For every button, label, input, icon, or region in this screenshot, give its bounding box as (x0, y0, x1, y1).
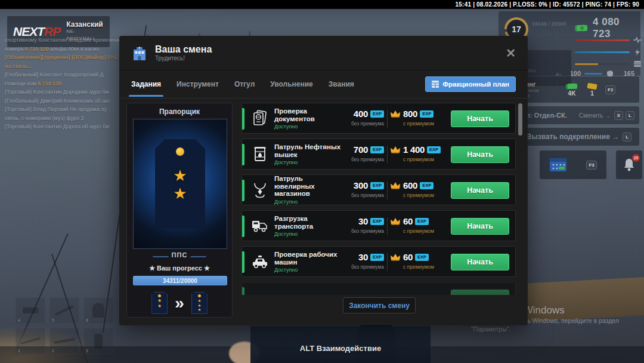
police-car-icon (250, 252, 270, 271)
available-indicator (242, 216, 244, 237)
documents-icon (250, 109, 270, 128)
exp-badge: EXP (370, 146, 384, 153)
key-f3: F3 (586, 161, 596, 170)
epaulette-icon: ★ ★ (155, 139, 205, 229)
start-task-button[interactable]: Начать (451, 146, 509, 163)
tab-zadaniya[interactable]: Задания (131, 72, 161, 97)
fraction-plan-button[interactable]: Фракционный план (425, 76, 516, 92)
modal-header: Ваша смена Трудитесь! ✕ (119, 36, 528, 70)
start-task-button[interactable]: Начать (451, 110, 509, 127)
start-task-button[interactable]: Начать (451, 254, 509, 270)
task-status: Доступно (274, 199, 341, 205)
chat-line: (Торговый) Константин Дородние ауро бм (5, 88, 121, 97)
cash-reward-icon (566, 83, 578, 90)
exp-badge: EXP (370, 254, 384, 261)
exp-badge: EXP (420, 110, 434, 118)
exp-badge: EXP (370, 110, 384, 118)
chat-line: (Торговый) Константин Дорога нб ауро бм (5, 122, 121, 131)
item-icon (23, 307, 38, 313)
available-indicator (242, 108, 244, 130)
level-progress: 19149 / 20000 (532, 21, 568, 27)
key-f2: F2 (605, 85, 615, 94)
truck-icon (250, 216, 270, 235)
item-icon (94, 334, 103, 348)
task-row: Проверка рабочих машинДоступно 30EXPбез … (242, 246, 516, 277)
close-icon[interactable]: ✕ (506, 47, 516, 59)
status-bar: 15:41 | 08.02.2026 | P.LOSS: 0% | ID: 45… (0, 0, 644, 9)
premium-exp-value: 60 (403, 252, 413, 262)
cash-reward-value: 4K (568, 90, 576, 97)
start-task-button[interactable] (451, 290, 509, 295)
chat-line: [Объявление][аукцион4] (ППС)Майор] 5+1 (5, 53, 121, 62)
voucher-value: 1 (590, 90, 594, 97)
rank-epaulette-image: ★ ★ (133, 119, 227, 249)
exp-value: 300 (354, 180, 368, 190)
hotbar-inventory: 4 5 6 1 2 3 (16, 297, 116, 354)
exp-badge: EXP (415, 254, 429, 261)
finish-shift-button[interactable]: Закончить смену (343, 297, 416, 313)
inventory-slot[interactable]: 6 (83, 297, 113, 324)
rank-promotion-row: ★ ★ » ★ ★ ★ (127, 292, 232, 314)
food-bar (575, 63, 630, 65)
divider (387, 146, 388, 164)
calendar-icon (549, 157, 567, 173)
tab-zvaniya[interactable]: Звания (329, 72, 354, 97)
task-row: Разгрузка транспортаДоступно 30EXPбез пр… (242, 210, 516, 241)
division-name: ППС (172, 251, 188, 259)
inventory-slot[interactable]: 5 (49, 297, 79, 324)
chat-line: номера 6 710 120 альфа 80кх в касио (5, 45, 121, 54)
tab-uvolnenie[interactable]: Увольнение (270, 72, 312, 97)
bell-badge: 35 (632, 154, 640, 162)
police-building-icon (131, 45, 148, 61)
divider (557, 81, 558, 99)
exp-badge: EXP (370, 218, 384, 225)
rank-stars: ★ ★ (173, 167, 187, 202)
lightning-icon (633, 48, 642, 56)
inventory-slot[interactable]: 1 (16, 328, 45, 354)
chat-line: на связь... (5, 62, 121, 71)
no-premium-label: без премиума (324, 121, 384, 127)
chat-log: спортивному Константин младшие временные… (5, 36, 121, 131)
jewelry-icon (250, 180, 270, 199)
crown-icon (390, 182, 401, 189)
task-row: Проверка документовДоступно 400EXPбез пр… (242, 103, 516, 134)
no-premium-label: без премиума (324, 228, 384, 234)
progress-label: ★ Ваш прогресс ★ (127, 264, 232, 272)
interact-hint-text: ALT Взаимодействие (300, 344, 381, 353)
task-row: Патруль ювелирных магазиновДоступно 300E… (242, 174, 516, 205)
chat-line: (Торговый) Влад Перский Не продажа пу (5, 105, 121, 114)
scrollbar-thumb[interactable] (518, 103, 522, 136)
tab-instrument[interactable]: Инструмент (177, 72, 219, 97)
rank-card: Прапорщик ★ ★ ППС ★ Ваш прогресс ★ 34311… (126, 103, 233, 318)
inventory-slot[interactable]: 2 (49, 328, 79, 354)
crown-icon (390, 253, 401, 261)
available-indicator (242, 287, 244, 295)
exp-value: 30 (358, 252, 368, 262)
inventory-slot[interactable]: 3 (83, 328, 113, 354)
tab-otgul[interactable]: Отгул (234, 72, 255, 97)
notifications-bell[interactable]: 35 (616, 150, 642, 179)
task-icon (250, 288, 270, 295)
task-row: Патруль Нефтяных вышекДоступно 700EXPбез… (242, 139, 516, 170)
modal-subtitle: Трудитесь! (155, 55, 212, 61)
watermark-line2: "Параметры". (471, 325, 619, 333)
exp-badge: EXP (420, 182, 434, 189)
divider (387, 182, 388, 199)
available-indicator (242, 251, 244, 273)
current-rank-icon: ★ ★ (151, 292, 168, 314)
premium-exp-value: 60 (403, 216, 413, 226)
available-indicator (242, 144, 244, 165)
start-task-button[interactable]: Начать (451, 218, 509, 235)
start-task-button[interactable]: Начать (451, 182, 509, 199)
channel-change-action[interactable]: Сменить → (579, 112, 611, 119)
premium-exp-value: 800 (403, 109, 417, 119)
fraction-widget[interactable]: F3 (540, 150, 606, 179)
chat-line: [Глобальный] Констант Хладогорский Д (5, 70, 121, 79)
chat-line: спортивному Константин младшие временные… (5, 36, 121, 45)
item-icon (92, 303, 104, 318)
inventory-slot[interactable]: 4 (16, 297, 45, 324)
call-backup-button[interactable]: Вызвать подкрепление → L (519, 128, 639, 146)
premium-exp-value: 1 400 (403, 144, 425, 155)
call-backup-label: Вызвать подкрепление → (527, 133, 619, 141)
server-name: Казанский (66, 21, 104, 28)
